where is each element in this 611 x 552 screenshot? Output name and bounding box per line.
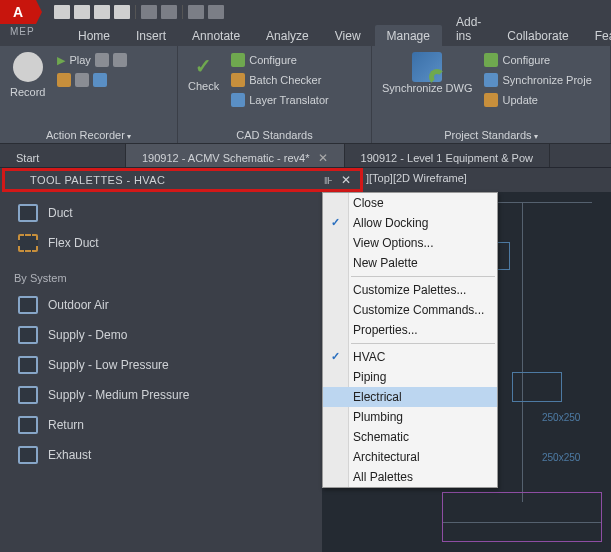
cm-item-new-palette[interactable]: New Palette [323,253,497,273]
qat-new-icon[interactable] [54,5,70,19]
play-label: Play [69,54,90,66]
check-button[interactable]: ✓ Check [182,48,225,96]
palette-item-flex-duct[interactable]: Flex Duct [0,228,322,258]
qat-undo-icon[interactable] [141,5,157,19]
ribbon-tab-manage[interactable]: Manage [375,25,442,46]
palette-item-supply-medium[interactable]: Supply - Medium Pressure [0,380,322,410]
batch-checker-label: Batch Checker [249,74,321,86]
ribbon-tab-feat[interactable]: Feat [583,25,611,46]
batch-checker-icon [231,73,245,87]
qat-open-icon[interactable] [74,5,90,19]
palette-item-exhaust[interactable]: Exhaust [0,440,322,470]
update-button[interactable]: Update [480,90,595,110]
ribbon-tab-home[interactable]: Home [66,25,122,46]
ribbon: Record ▶ Play Action Recorder ✓ [0,46,611,144]
dimension-label: 250x250 [542,412,580,423]
cm-item-all-palettes[interactable]: All Palettes [323,467,497,487]
qat-dropdown-icon[interactable] [208,5,224,19]
cm-item-allow-docking[interactable]: ✓Allow Docking [323,213,497,233]
qat-save-icon[interactable] [94,5,110,19]
tool-palette-titlebar[interactable]: TOOL PALETTES - HVAC ⊪ ✕ ][Top][2D Wiref… [0,168,611,192]
qat-redo-icon[interactable] [161,5,177,19]
layer-translator-button[interactable]: Layer Translator [227,90,332,110]
cm-item-piping[interactable]: Piping [323,367,497,387]
cm-item-view-options[interactable]: View Options... [323,233,497,253]
palette-item-supply-demo[interactable]: Supply - Demo [0,320,322,350]
ribbon-tab-addins[interactable]: Add-ins [444,11,493,46]
cm-item-customize-palettes[interactable]: Customize Palettes... [323,280,497,300]
sync-dwg-label: Synchronize DWG [382,82,472,94]
cm-item-hvac[interactable]: ✓HVAC [323,347,497,367]
batch-checker-button[interactable]: Batch Checker [227,70,332,90]
cm-item-close[interactable]: Close [323,193,497,213]
duct-icon [18,296,38,314]
doc-tab-label: Start [16,152,39,164]
layer-translator-icon [231,93,245,107]
panel-title-project-standards[interactable]: Project Standards [376,127,606,143]
ribbon-tab-analyze[interactable]: Analyze [254,25,321,46]
configure-ps-label: Configure [502,54,550,66]
palette-item-return[interactable]: Return [0,410,322,440]
document-tabs: Start 190912 - ACMV Schematic - rev4* ✕ … [0,144,611,168]
play-aux2-icon[interactable] [113,53,127,67]
qat-saveas-icon[interactable] [114,5,130,19]
palette-pin-icon[interactable]: ⊪ [324,175,333,186]
doc-tab-start[interactable]: Start [0,144,126,167]
ribbon-tab-view[interactable]: View [323,25,373,46]
configure-ps-button[interactable]: Configure [480,50,595,70]
ribbon-tabs: Home Insert Annotate Analyze View Manage… [0,24,611,46]
cm-item-customize-commands[interactable]: Customize Commands... [323,300,497,320]
app-sublabel: MEP [10,26,35,37]
record-button[interactable]: Record [4,48,51,102]
configure-button[interactable]: Configure [227,50,332,70]
palette-section-label: By System [0,258,322,290]
palette-context-menu: Close ✓Allow Docking View Options... New… [322,192,498,488]
cm-item-architectural[interactable]: Architectural [323,447,497,467]
update-icon [484,93,498,107]
cm-item-plumbing[interactable]: Plumbing [323,407,497,427]
duct-icon [18,386,38,404]
check-icon: ✓ [331,350,340,363]
cm-item-electrical[interactable]: Electrical [323,387,497,407]
ribbon-tab-annotate[interactable]: Annotate [180,25,252,46]
play-aux-icon[interactable] [95,53,109,67]
dimension-label: 250x250 [542,452,580,463]
ribbon-tab-collaborate[interactable]: Collaborate [495,25,580,46]
palette-item-outdoor-air[interactable]: Outdoor Air [0,290,322,320]
ar-icon-1[interactable] [57,73,71,87]
ribbon-tab-insert[interactable]: Insert [124,25,178,46]
cm-separator [351,276,495,277]
cm-item-label: Allow Docking [353,216,428,230]
doc-tab-label: 190912 - ACMV Schematic - rev4* [142,152,310,164]
play-button[interactable]: ▶ Play [53,50,130,70]
sync-project-button[interactable]: Synchronize Proje [480,70,595,90]
play-icon: ▶ [57,54,65,67]
ar-icon-3[interactable] [93,73,107,87]
doc-tab-acmv[interactable]: 190912 - ACMV Schematic - rev4* ✕ [126,144,345,167]
palette-item-supply-low[interactable]: Supply - Low Pressure [0,350,322,380]
palette-close-icon[interactable]: ✕ [341,173,351,187]
layer-translator-label: Layer Translator [249,94,328,106]
check-icon: ✓ [190,52,218,80]
cm-item-properties[interactable]: Properties... [323,320,497,340]
ribbon-panel-project-standards: Synchronize DWG Configure Synchronize Pr… [372,46,611,143]
panel-title-action-recorder[interactable]: Action Recorder [4,127,173,143]
workspace: Duct Flex Duct By System Outdoor Air Sup… [0,192,611,552]
doc-tab-equipment[interactable]: 190912 - Level 1 Equipment & Pow [345,144,550,167]
ar-icon-2[interactable] [75,73,89,87]
tool-palette-title: TOOL PALETTES - HVAC [30,174,165,186]
panel-title-cad-standards[interactable]: CAD Standards [182,127,367,143]
palette-item-duct[interactable]: Duct [0,198,322,228]
sync-dwg-button[interactable]: Synchronize DWG [376,48,478,98]
configure-label: Configure [249,54,297,66]
close-icon[interactable]: ✕ [318,151,328,165]
viewport-label: ][Top][2D Wireframe] [366,172,467,184]
update-label: Update [502,94,537,106]
cm-item-schematic[interactable]: Schematic [323,427,497,447]
ribbon-panel-action-recorder: Record ▶ Play Action Recorder [0,46,178,143]
qat-plot-icon[interactable] [188,5,204,19]
duct-icon [18,446,38,464]
configure-icon [231,53,245,67]
palette-item-label: Flex Duct [48,236,99,250]
flex-duct-icon [18,234,38,252]
